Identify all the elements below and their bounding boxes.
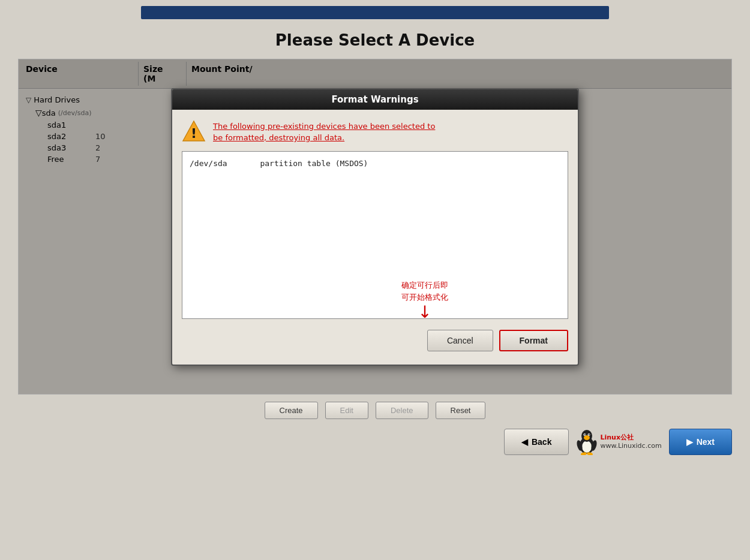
format-button[interactable]: Format <box>499 330 568 351</box>
create-button[interactable]: Create <box>265 402 318 419</box>
modal-body: ! The following pre-existing devices hav… <box>172 110 578 365</box>
linux-site-label: Linux公社 <box>600 433 661 442</box>
device-type: partition table (MSDOS) <box>260 159 368 168</box>
modal-overlay: Format Warnings ! The following pre-exis… <box>19 59 731 394</box>
back-label: Back <box>532 437 551 447</box>
warning-text: The following pre-existing devices have … <box>213 119 435 144</box>
back-button[interactable]: ◀ Back <box>504 429 569 455</box>
svg-text:!: ! <box>191 126 197 141</box>
warning-icon: ! <box>182 119 206 143</box>
next-label: Next <box>697 437 715 447</box>
reset-button[interactable]: Reset <box>436 402 486 419</box>
modal-title: Format Warnings <box>331 94 418 105</box>
svg-point-9 <box>589 434 590 435</box>
next-button[interactable]: ▶ Next <box>669 429 732 455</box>
bottom-toolbar: Create Edit Delete Reset <box>18 402 732 419</box>
main-content: Device Size(M Mount Point/ ▽ Hard Drives… <box>18 59 732 395</box>
modal-titlebar: Format Warnings <box>172 89 578 110</box>
cancel-button[interactable]: Cancel <box>427 330 493 351</box>
delete-button[interactable]: Delete <box>376 402 428 419</box>
modal-footer: 确定可行后即 可开始格式化 ↓ Cancel Format <box>182 327 568 355</box>
annotation-line2: 可开始格式化 <box>401 293 448 302</box>
modal-warning-row: ! The following pre-existing devices hav… <box>182 119 568 144</box>
edit-button[interactable]: Edit <box>325 402 368 419</box>
device-entry: /dev/sda partition table (MSDOS) <box>190 159 560 168</box>
annotation: 确定可行后即 可开始格式化 ↓ <box>401 279 448 321</box>
tux-icon <box>576 429 598 455</box>
modal-buttons: Cancel Format <box>182 327 568 355</box>
next-arrow-icon: ▶ <box>686 437 693 447</box>
svg-point-8 <box>584 434 586 435</box>
linux-logo-area: Linux公社 www.Linuxidc.com <box>576 429 661 455</box>
linux-watermark: Linux公社 www.Linuxidc.com <box>600 433 661 451</box>
page-title: Please Select A Device <box>0 31 750 49</box>
linux-url-label: www.Linuxidc.com <box>600 442 661 450</box>
annotation-line1: 确定可行后即 <box>401 281 448 290</box>
top-bar <box>141 6 609 19</box>
svg-point-5 <box>584 435 590 440</box>
devices-box: /dev/sda partition table (MSDOS) <box>182 151 568 319</box>
svg-point-3 <box>582 441 592 453</box>
device-path: /dev/sda <box>190 159 227 168</box>
annotation-arrow-icon: ↓ <box>401 304 448 321</box>
back-arrow-icon: ◀ <box>521 437 528 447</box>
nav-row: ◀ Back Linux公社 www.Li <box>18 429 732 455</box>
format-warnings-dialog: Format Warnings ! The following pre-exis… <box>171 88 579 366</box>
